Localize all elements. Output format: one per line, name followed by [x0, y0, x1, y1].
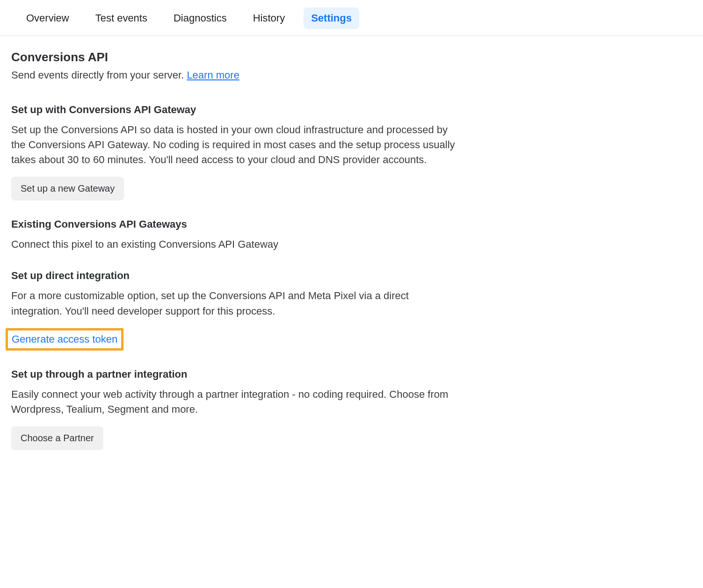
- direct-heading: Set up direct integration: [11, 270, 457, 282]
- generate-access-token-link[interactable]: Generate access token: [12, 333, 117, 345]
- learn-more-link[interactable]: Learn more: [187, 69, 239, 81]
- partner-heading: Set up through a partner integration: [11, 368, 457, 380]
- section-existing-gateways: Existing Conversions API Gateways Connec…: [11, 218, 457, 252]
- section-direct-integration: Set up direct integration For a more cus…: [11, 270, 457, 350]
- tab-overview[interactable]: Overview: [19, 7, 77, 29]
- tab-test-events[interactable]: Test events: [88, 7, 155, 29]
- existing-heading: Existing Conversions API Gateways: [11, 218, 457, 230]
- tab-bar: Overview Test events Diagnostics History…: [0, 0, 703, 36]
- page-title: Conversions API: [11, 50, 457, 65]
- subtitle-text: Send events directly from your server.: [11, 69, 187, 81]
- existing-body: Connect this pixel to an existing Conver…: [11, 237, 457, 252]
- section-partner-integration: Set up through a partner integration Eas…: [11, 368, 457, 450]
- section-gateway: Set up with Conversions API Gateway Set …: [11, 104, 457, 201]
- page-subtitle: Send events directly from your server. L…: [11, 69, 457, 81]
- settings-content: Conversions API Send events directly fro…: [0, 36, 468, 487]
- gateway-heading: Set up with Conversions API Gateway: [11, 104, 457, 116]
- direct-body: For a more customizable option, set up t…: [11, 288, 457, 318]
- gateway-body: Set up the Conversions API so data is ho…: [11, 122, 457, 167]
- tab-settings[interactable]: Settings: [304, 7, 359, 29]
- choose-partner-button[interactable]: Choose a Partner: [11, 426, 103, 450]
- partner-body: Easily connect your web activity through…: [11, 387, 457, 417]
- tab-history[interactable]: History: [246, 7, 292, 29]
- generate-token-highlight: Generate access token: [6, 328, 123, 351]
- setup-new-gateway-button[interactable]: Set up a new Gateway: [11, 177, 124, 201]
- tab-diagnostics[interactable]: Diagnostics: [166, 7, 234, 29]
